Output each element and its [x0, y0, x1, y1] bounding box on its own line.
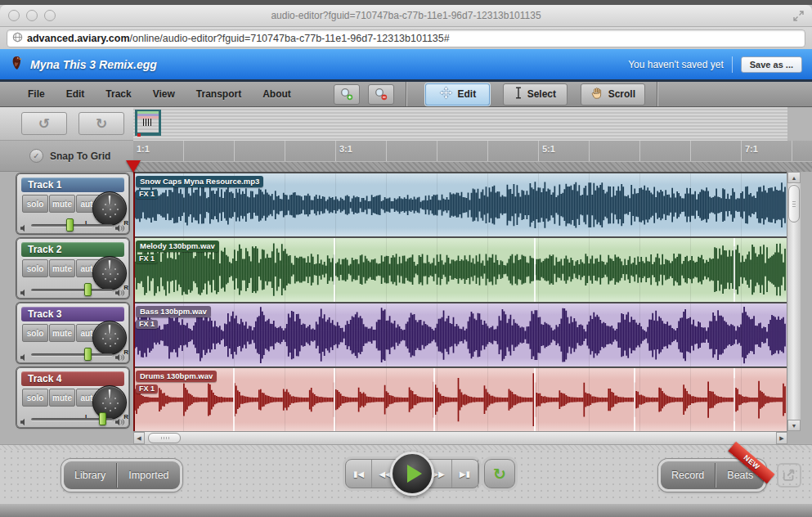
unsaved-status: You haven't saved yet — [628, 59, 724, 70]
track-2-clip-name[interactable]: Melody 130bpm.wav — [136, 241, 219, 252]
history-minimap-row: ↺ ↻ — [0, 107, 812, 141]
imported-button[interactable]: Imported — [118, 461, 179, 489]
left-gutter — [0, 431, 133, 444]
url-domain: advanced.aviary.com — [27, 33, 130, 44]
scroll-up-arrow[interactable]: ▲ — [787, 172, 801, 183]
track-3-volume-slider[interactable] — [31, 353, 113, 357]
track-2-volume-slider[interactable] — [31, 289, 113, 292]
waveform-area: Snow Caps Myna Resource.mp3 FX 1 Melody … — [133, 172, 787, 431]
bottom-bar: Library Imported ▮◀ ◀◀ ▶▶ ▶▮ ↻ Record Be… — [0, 444, 812, 504]
loop-region-strip[interactable] — [133, 161, 812, 173]
track-1-volume-slider[interactable] — [31, 224, 113, 227]
tool-edit-button[interactable]: Edit — [425, 83, 490, 106]
timeline-minimap[interactable] — [133, 107, 787, 141]
horizontal-scroll-thumb[interactable] — [148, 433, 181, 443]
track-3-volume-handle[interactable] — [84, 348, 92, 361]
play-button[interactable] — [390, 452, 434, 496]
snap-to-grid-control[interactable]: ✓ Snap To Grid — [0, 141, 133, 172]
track-3-mute-button[interactable]: mute — [49, 324, 75, 342]
vertical-scroll-thumb[interactable] — [788, 185, 800, 223]
timeline-ruler[interactable]: 1:1 3:1 5:1 7:1 — [133, 141, 812, 172]
track-3-waveform — [133, 303, 787, 366]
snap-check-icon[interactable]: ✓ — [29, 149, 43, 163]
skip-to-start-button[interactable]: ▮◀ — [346, 460, 372, 488]
minimap-grip-handle[interactable] — [143, 119, 153, 126]
menu-file[interactable]: File — [28, 88, 45, 100]
track-4-volume-slider[interactable] — [31, 418, 113, 421]
track-2-solo-button[interactable]: solo — [22, 259, 48, 277]
save-as-button[interactable]: Save as ... — [741, 56, 802, 73]
volume-max-icon — [115, 415, 125, 429]
vertical-scrollbar[interactable]: ▲ ▼ — [787, 172, 801, 431]
ruler-label-5-1: 5:1 — [542, 144, 555, 154]
volume-min-icon — [20, 415, 29, 429]
record-beats-pill: Record Beats NEW — [658, 459, 766, 492]
clip-boundary-marker — [534, 368, 536, 431]
track-1-mute-button[interactable]: mute — [49, 195, 75, 213]
tool-select-button[interactable]: Select — [503, 83, 568, 106]
window-title: audio-editor?fguid=710747ba-c77b-11e1-96… — [0, 10, 812, 21]
fullscreen-icon[interactable] — [793, 10, 804, 25]
track-3-solo-button[interactable]: solo — [22, 324, 48, 342]
menu-transport[interactable]: Transport — [196, 88, 241, 100]
zoom-in-button[interactable] — [334, 84, 360, 105]
track-4-volume-row — [20, 412, 125, 425]
undo-button[interactable]: ↺ — [21, 112, 67, 135]
track-1-title[interactable]: Track 1 — [21, 178, 124, 192]
tool-scroll-label: Scroll — [608, 88, 635, 100]
track-4-solo-button[interactable]: solo — [22, 389, 48, 407]
track-3-clip-name[interactable]: Bass 130bpm.wav — [136, 306, 211, 317]
scroll-down-arrow[interactable]: ▼ — [787, 420, 801, 431]
horizontal-scrollbar[interactable]: ◀ ▶ — [133, 431, 787, 444]
redo-button[interactable]: ↻ — [79, 112, 124, 135]
track-2-fx-badge[interactable]: FX 1 — [136, 254, 158, 263]
clip-boundary-marker — [233, 368, 235, 431]
menu-track[interactable]: Track — [105, 88, 131, 100]
track-1-volume-handle[interactable] — [66, 218, 74, 232]
track-2-title[interactable]: Track 2 — [21, 242, 124, 257]
track-2-volume-handle[interactable] — [84, 283, 92, 296]
playhead-marker[interactable] — [126, 160, 141, 173]
menu-about[interactable]: About — [262, 88, 291, 100]
track-4-mute-button[interactable]: mute — [49, 389, 75, 407]
menu-edit[interactable]: Edit — [66, 88, 85, 100]
scroll-left-arrow[interactable]: ◀ — [133, 432, 145, 444]
minimap-zoom-bracket[interactable] — [135, 110, 161, 136]
scroll-right-arrow[interactable]: ▶ — [776, 432, 787, 444]
track-3-clip[interactable]: Bass 130bpm.wav FX 1 — [133, 302, 787, 366]
track-2-mute-button[interactable]: mute — [49, 259, 75, 277]
browser-toolbar: advanced.aviary.com/online/audio-editor?… — [0, 27, 812, 50]
track-1-clip-name[interactable]: Snow Caps Myna Resource.mp3 — [136, 176, 263, 187]
loop-toggle-button[interactable]: ↻ — [484, 459, 515, 488]
transport-controls: ▮◀ ◀◀ ▶▶ ▶▮ — [345, 459, 479, 488]
toolbar-divider — [406, 82, 407, 106]
track-1-fx-badge[interactable]: FX 1 — [136, 190, 158, 199]
track-4-fx-badge[interactable]: FX 1 — [136, 384, 158, 393]
track-2-panel: Track 2 solo mute auto L R — [16, 238, 129, 299]
right-gutter — [787, 107, 812, 141]
track-4-title[interactable]: Track 4 — [21, 371, 124, 386]
tool-scroll-button[interactable]: Scroll — [581, 83, 645, 106]
track-3-fx-badge[interactable]: FX 1 — [136, 320, 158, 329]
menu-view[interactable]: View — [153, 88, 175, 100]
track-2-volume-row — [20, 283, 125, 296]
skip-to-end-button[interactable]: ▶▮ — [452, 460, 478, 488]
volume-max-icon — [115, 350, 125, 365]
zoom-out-button[interactable] — [368, 84, 394, 105]
track-2-clip[interactable]: Melody 130bpm.wav FX 1 — [133, 236, 787, 301]
track-1-solo-button[interactable]: solo — [22, 195, 48, 213]
volume-max-icon — [115, 221, 125, 236]
record-button[interactable]: Record — [661, 461, 715, 489]
volume-max-icon — [115, 285, 125, 300]
track-3-title[interactable]: Track 3 — [21, 307, 124, 321]
export-share-button[interactable] — [777, 463, 801, 488]
volume-min-icon — [20, 350, 29, 365]
library-button[interactable]: Library — [64, 461, 116, 489]
address-bar[interactable]: advanced.aviary.com/online/audio-editor?… — [7, 29, 805, 47]
ruler-label-7-1: 7:1 — [745, 144, 758, 154]
track-4-clip-name[interactable]: Drums 130bpm.wav — [136, 371, 217, 382]
track-1-clip[interactable]: Snow Caps Myna Resource.mp3 FX 1 — [133, 172, 787, 236]
myna-bird-logo-icon — [10, 55, 24, 74]
track-4-volume-handle[interactable] — [99, 412, 106, 425]
track-4-clip[interactable]: Drums 130bpm.wav FX 1 — [133, 366, 787, 431]
